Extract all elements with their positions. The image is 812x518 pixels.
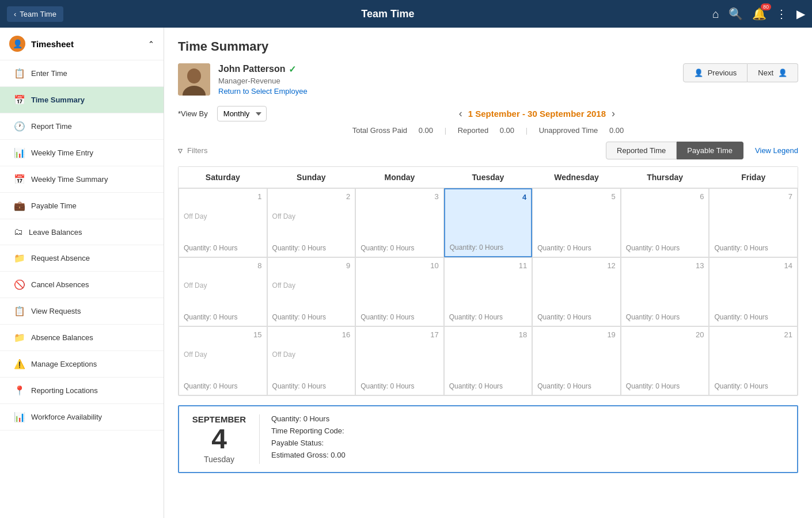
calendar-cell-11[interactable]: 11Quantity: 0 Hours xyxy=(444,257,533,326)
view-legend-link[interactable]: View Legend xyxy=(755,146,798,155)
calendar-cell-15[interactable]: 15Off DayQuantity: 0 Hours xyxy=(179,326,267,395)
calendar-cell-3[interactable]: 3Quantity: 0 Hours xyxy=(355,188,444,257)
calendar-cell-21[interactable]: 21Quantity: 0 Hours xyxy=(709,326,798,395)
day-number-17: 17 xyxy=(361,330,439,339)
svg-point-1 xyxy=(187,68,201,83)
calendar: Saturday Sunday Monday Tuesday Wednesday… xyxy=(178,166,798,396)
payable-time-icon: 💼 xyxy=(14,200,25,211)
previous-button[interactable]: 👤 Previous xyxy=(683,63,748,82)
sidebar-item-workforce-availability[interactable]: 📊 Workforce Availability xyxy=(0,404,164,431)
filter-icon-button[interactable]: ▿ xyxy=(178,145,183,156)
view-by-select[interactable]: Monthly Weekly Daily xyxy=(217,106,267,121)
calendar-cell-6[interactable]: 6Quantity: 0 Hours xyxy=(621,188,709,257)
sidebar-item-request-absence[interactable]: 📁 Request Absence xyxy=(0,245,164,272)
calendar-cell-8[interactable]: 8Off DayQuantity: 0 Hours xyxy=(179,257,267,326)
calendar-cell-17[interactable]: 17Quantity: 0 Hours xyxy=(355,326,444,395)
calendar-cell-13[interactable]: 13Quantity: 0 Hours xyxy=(621,257,709,326)
sidebar-item-label: Enter Time xyxy=(31,69,67,78)
header-friday: Friday xyxy=(709,167,798,188)
calendar-cell-14[interactable]: 14Quantity: 0 Hours xyxy=(709,257,798,326)
weekly-time-entry-icon: 📊 xyxy=(14,147,25,158)
day-number-15: 15 xyxy=(184,330,262,339)
sidebar-item-weekly-time-summary[interactable]: 📅 Weekly Time Summary xyxy=(0,166,164,193)
calendar-cell-20[interactable]: 20Quantity: 0 Hours xyxy=(621,326,709,395)
reported-time-tab[interactable]: Reported Time xyxy=(606,142,677,159)
detail-estimated-gross: Estimated Gross: 0.00 xyxy=(271,451,786,459)
sidebar-item-label: Payable Time xyxy=(31,201,77,210)
cell-quantity-20: Quantity: 0 Hours xyxy=(626,382,680,390)
sidebar-item-label: Weekly Time Entry xyxy=(31,148,93,157)
detail-weekday: Tuesday xyxy=(188,455,250,464)
more-options-icon[interactable]: ⋮ xyxy=(776,7,787,21)
tab-buttons: Reported Time Payable Time xyxy=(606,142,743,159)
nav-icons: ⌂ 🔍 🔔 80 ⋮ ▶ xyxy=(712,7,805,21)
next-period-arrow[interactable]: › xyxy=(612,108,615,120)
sidebar-item-cancel-absences[interactable]: 🚫 Cancel Absences xyxy=(0,272,164,298)
cell-quantity-7: Quantity: 0 Hours xyxy=(714,244,768,252)
cell-quantity-4: Quantity: 0 Hours xyxy=(450,243,503,252)
notification-badge: 80 xyxy=(761,3,771,10)
prev-period-arrow[interactable]: ‹ xyxy=(459,108,462,120)
sidebar-item-enter-time[interactable]: 📋 Enter Time xyxy=(0,60,164,87)
weekly-time-summary-icon: 📅 xyxy=(14,174,25,185)
day-number-8: 8 xyxy=(184,261,262,270)
sidebar-header[interactable]: 👤 Timesheet ⌃ xyxy=(0,28,164,60)
sidebar-item-payable-time[interactable]: 💼 Payable Time xyxy=(0,193,164,219)
sidebar-item-view-requests[interactable]: 📋 View Requests xyxy=(0,298,164,325)
calendar-cell-9[interactable]: 9Off DayQuantity: 0 Hours xyxy=(267,257,356,326)
manage-exceptions-icon: ⚠️ xyxy=(14,359,25,370)
detail-info-column: Quantity: 0 Hours Time Reporting Code: P… xyxy=(260,414,797,464)
back-button[interactable]: ‹ Team Time xyxy=(7,6,63,22)
report-time-icon: 🕐 xyxy=(14,121,25,132)
calendar-cell-10[interactable]: 10Quantity: 0 Hours xyxy=(355,257,444,326)
sidebar-item-label: Leave Balances xyxy=(29,228,82,237)
employee-header: John Patterson ✓ Manager-Revenue Return … xyxy=(178,63,798,96)
calendar-cell-4[interactable]: 4Quantity: 0 Hours xyxy=(444,188,533,257)
calendar-cell-16[interactable]: 16Off DayQuantity: 0 Hours xyxy=(267,326,356,395)
cell-quantity-3: Quantity: 0 Hours xyxy=(361,244,414,252)
sidebar-item-reporting-locations[interactable]: 📍 Reporting Locations xyxy=(0,378,164,404)
previous-icon: 👤 xyxy=(694,68,703,77)
calendar-cell-19[interactable]: 19Quantity: 0 Hours xyxy=(532,326,621,395)
reported-label: Reported xyxy=(458,126,488,135)
home-icon[interactable]: ⌂ xyxy=(712,7,719,21)
search-icon[interactable]: 🔍 xyxy=(728,7,743,21)
detail-day-number: 4 xyxy=(188,424,250,455)
day-number-9: 9 xyxy=(272,261,351,270)
cell-quantity-18: Quantity: 0 Hours xyxy=(449,382,503,390)
calendar-cell-5[interactable]: 5Quantity: 0 Hours xyxy=(532,188,621,257)
payable-time-tab[interactable]: Payable Time xyxy=(677,142,743,159)
calendar-cell-2[interactable]: 2Off DayQuantity: 0 Hours xyxy=(267,188,356,257)
user-menu-icon[interactable]: ▶ xyxy=(796,7,805,21)
next-button[interactable]: Next 👤 xyxy=(748,63,798,82)
top-nav: ‹ Team Time Team Time ⌂ 🔍 🔔 80 ⋮ ▶ xyxy=(0,0,812,28)
calendar-cell-7[interactable]: 7Quantity: 0 Hours xyxy=(709,188,798,257)
filters-label: Filters xyxy=(187,146,207,155)
previous-label: Previous xyxy=(708,68,737,77)
sidebar-item-label: Manage Exceptions xyxy=(31,360,97,368)
detail-date-column: SEPTEMBER 4 Tuesday xyxy=(179,414,260,464)
day-number-14: 14 xyxy=(714,261,792,270)
employee-name: John Patterson ✓ xyxy=(218,64,308,75)
back-label: Team Time xyxy=(20,10,56,18)
sidebar-collapse-icon[interactable]: ⌃ xyxy=(148,40,154,48)
calendar-cell-12[interactable]: 12Quantity: 0 Hours xyxy=(532,257,621,326)
cell-quantity-15: Quantity: 0 Hours xyxy=(184,382,237,390)
header-wednesday: Wednesday xyxy=(532,167,621,188)
day-number-6: 6 xyxy=(626,192,704,201)
cancel-absences-icon: 🚫 xyxy=(14,279,25,290)
day-number-7: 7 xyxy=(714,192,792,201)
calendar-cell-1[interactable]: 1Off DayQuantity: 0 Hours xyxy=(179,188,267,257)
calendar-cell-18[interactable]: 18Quantity: 0 Hours xyxy=(444,326,533,395)
sidebar-item-report-time[interactable]: 🕐 Report Time xyxy=(0,113,164,140)
header-saturday: Saturday xyxy=(179,167,267,188)
return-link[interactable]: Return to Select Employee xyxy=(218,87,308,96)
sidebar-item-absence-balances[interactable]: 📁 Absence Balances xyxy=(0,325,164,351)
sidebar-item-weekly-time-entry[interactable]: 📊 Weekly Time Entry xyxy=(0,140,164,166)
notification-icon[interactable]: 🔔 80 xyxy=(752,7,767,21)
sidebar-item-leave-balances[interactable]: 🗂 Leave Balances xyxy=(0,219,164,245)
sidebar-item-manage-exceptions[interactable]: ⚠️ Manage Exceptions xyxy=(0,351,164,378)
sidebar-item-time-summary[interactable]: 📅 Time Summary xyxy=(0,87,164,113)
totals-bar: Total Gross Paid 0.00 | Reported 0.00 | … xyxy=(178,126,798,135)
sidebar-item-label: Request Absence xyxy=(31,254,90,262)
